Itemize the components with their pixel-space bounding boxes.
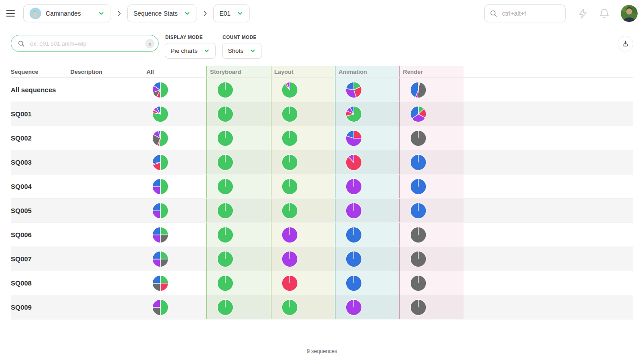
row-filler (464, 271, 633, 295)
search-icon (17, 40, 25, 47)
pie-chart-render (410, 130, 427, 147)
quick-actions-button[interactable] (577, 8, 589, 19)
cell-all (146, 199, 206, 222)
cell-layout (271, 78, 335, 102)
sequence-name[interactable]: SQ006 (11, 223, 70, 247)
cell-all (146, 271, 206, 295)
pie-chart-storyboard (217, 154, 234, 171)
cell-layout (271, 150, 335, 174)
pie-chart-storyboard (217, 178, 234, 195)
column-header-filler (464, 66, 633, 77)
sequence-name[interactable]: SQ005 (11, 199, 70, 222)
row-filler (464, 295, 633, 319)
export-button[interactable] (618, 36, 633, 51)
cell-storyboard (206, 102, 271, 126)
search-icon (489, 9, 498, 17)
production-dropdown[interactable]: Caminandes (23, 4, 111, 22)
episode-dropdown[interactable]: E01 (213, 4, 250, 22)
pie-chart-all (152, 202, 169, 219)
column-header-render: Render (399, 66, 464, 77)
clear-search-button[interactable]: x (145, 39, 155, 48)
global-search-input[interactable] (501, 9, 560, 17)
user-avatar[interactable] (621, 5, 638, 22)
notifications-button[interactable] (599, 8, 610, 19)
sequence-name[interactable]: SQ009 (11, 295, 70, 319)
table-row: SQ009 (11, 295, 633, 319)
table-row: SQ002 (11, 126, 633, 150)
pie-chart-storyboard (217, 226, 234, 243)
pie-chart-all (152, 299, 169, 316)
column-header-sequence: Sequence (11, 66, 70, 77)
sequence-name[interactable]: SQ008 (11, 271, 70, 295)
column-header-animation: Animation (335, 66, 399, 77)
filter-bar: x DISPLAY MODE Pie charts COUNT MODE Sho… (0, 35, 644, 60)
cell-all (146, 175, 206, 198)
pie-chart-layout (281, 106, 298, 123)
menu-button[interactable] (6, 8, 18, 19)
cell-storyboard (206, 295, 271, 319)
table-row: SQ007 (11, 247, 633, 271)
cell-animation (335, 126, 399, 150)
count-mode-select[interactable]: Shots (222, 43, 262, 59)
cell-all (146, 247, 206, 271)
cell-storyboard (206, 175, 271, 198)
lightning-icon (577, 8, 588, 19)
sequence-name[interactable]: SQ001 (11, 102, 70, 126)
sequence-description (70, 102, 146, 126)
row-filler (464, 150, 633, 174)
pie-chart-storyboard (217, 251, 234, 268)
sequence-count: 9 sequences (0, 348, 644, 354)
production-name: Caminandes (46, 10, 81, 17)
cell-layout (271, 223, 335, 247)
pie-chart-layout (281, 81, 298, 98)
top-bar: Caminandes Sequence Stats E01 (0, 0, 644, 27)
pie-chart-storyboard (217, 299, 234, 316)
column-header-layout: Layout (271, 66, 335, 77)
pie-chart-layout (281, 130, 298, 147)
cell-render (399, 78, 464, 102)
cell-animation (335, 295, 399, 319)
cell-layout (271, 102, 335, 126)
sequence-name[interactable]: SQ002 (11, 126, 70, 150)
pie-chart-all (152, 275, 169, 292)
count-mode-group: COUNT MODE Shots (222, 35, 262, 59)
section-name: Sequence Stats (133, 10, 178, 17)
global-search (484, 4, 566, 22)
table-body: All sequences SQ001 (11, 78, 633, 319)
chevron-down-icon (249, 47, 256, 54)
cell-animation (335, 150, 399, 174)
sequence-description (70, 295, 146, 319)
section-dropdown[interactable]: Sequence Stats (127, 4, 197, 22)
row-filler (464, 78, 633, 102)
pie-chart-animation (345, 81, 362, 98)
cell-layout (271, 126, 335, 150)
display-mode-select[interactable]: Pie charts (165, 43, 216, 59)
sequence-description (70, 175, 146, 198)
cell-render (399, 223, 464, 247)
pie-chart-render (410, 106, 427, 123)
pie-chart-layout (281, 299, 298, 316)
pie-chart-animation (345, 275, 362, 292)
cell-storyboard (206, 223, 271, 247)
sequence-name[interactable]: SQ003 (11, 150, 70, 174)
cell-animation (335, 271, 399, 295)
cell-render (399, 247, 464, 271)
pie-chart-animation (345, 154, 362, 171)
sequence-name[interactable]: SQ007 (11, 247, 70, 271)
row-filler (464, 126, 633, 150)
pie-chart-animation (345, 299, 362, 316)
cell-render (399, 126, 464, 150)
pie-chart-storyboard (217, 106, 234, 123)
sequence-name[interactable]: All sequences (11, 78, 70, 102)
pie-chart-layout (281, 154, 298, 171)
cell-layout (271, 247, 335, 271)
cell-animation (335, 199, 399, 222)
cell-animation (335, 247, 399, 271)
cell-all (146, 78, 206, 102)
table-row: SQ003 (11, 150, 633, 175)
pie-chart-render (410, 251, 427, 268)
pie-chart-layout (281, 275, 298, 292)
pie-chart-render (410, 81, 427, 98)
sequence-name[interactable]: SQ004 (11, 175, 70, 198)
filter-search-input[interactable] (29, 40, 141, 47)
